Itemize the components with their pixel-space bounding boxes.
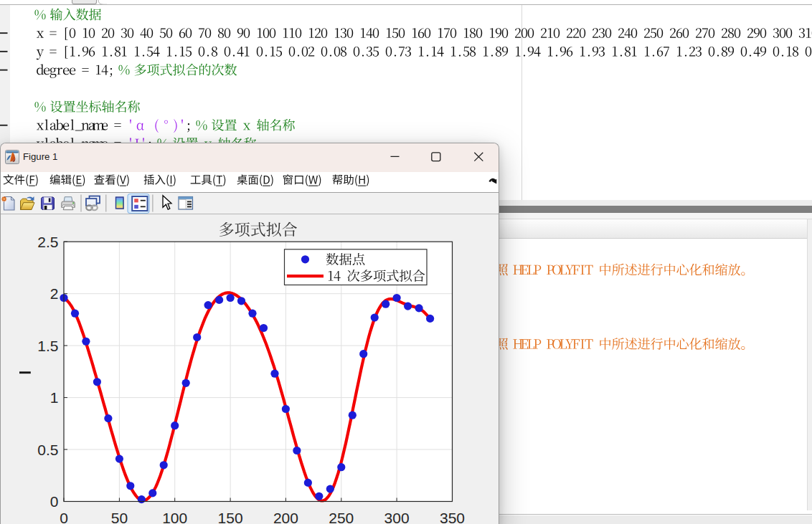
- svg-text:2.5: 2.5: [37, 234, 58, 250]
- svg-text:100: 100: [162, 510, 187, 524]
- svg-text:Figure 1: Figure 1: [23, 151, 57, 162]
- svg-text:200: 200: [273, 510, 298, 524]
- svg-text:2: 2: [50, 285, 59, 302]
- svg-text:300: 300: [384, 510, 410, 524]
- svg-text:0.5: 0.5: [37, 442, 58, 458]
- svg-text:50: 50: [111, 510, 128, 524]
- svg-text:150: 150: [218, 510, 243, 524]
- svg-text:250: 250: [329, 510, 354, 524]
- svg-text:0: 0: [50, 493, 59, 510]
- svg-text:1: 1: [50, 389, 59, 406]
- svg-text:0: 0: [60, 510, 68, 524]
- svg-text:350: 350: [440, 510, 465, 524]
- svg-text:1.5: 1.5: [37, 338, 58, 354]
